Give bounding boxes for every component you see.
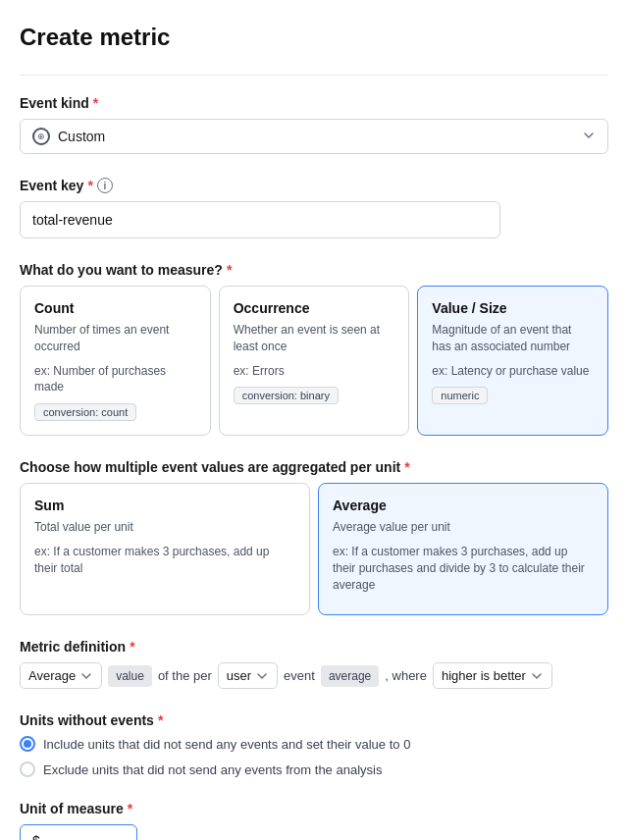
occurrence-example: ex: Errors — [234, 363, 395, 380]
aggregation-label: Choose how multiple event values are agg… — [20, 459, 608, 475]
units-exclude-option[interactable]: Exclude units that did not send any even… — [20, 761, 608, 777]
count-title: Count — [34, 300, 196, 316]
value-size-badge: numeric — [432, 387, 488, 404]
chevron-down-icon — [582, 129, 596, 145]
average-example: ex: If a customer makes 3 purchases, add… — [333, 544, 594, 593]
event-key-input[interactable] — [20, 201, 500, 238]
unit-of-measure-required: * — [128, 801, 132, 816]
units-include-radio[interactable] — [20, 736, 35, 752]
event-key-info-icon[interactable]: i — [97, 178, 113, 193]
metric-definition-label: Metric definition * — [20, 639, 608, 655]
occurrence-title: Occurrence — [234, 300, 395, 316]
measure-label: What do you want to measure? * — [20, 262, 608, 278]
average-desc: Average value per unit — [333, 519, 594, 536]
aggregation-card-sum[interactable]: Sum Total value per unit ex: If a custom… — [20, 483, 310, 615]
value-size-desc: Magnitude of an event that has an associ… — [432, 322, 594, 355]
event-key-section: Event key * i — [20, 178, 608, 238]
event-kind-value: Custom — [58, 129, 105, 144]
units-without-events-required: * — [158, 712, 163, 728]
value-size-example: ex: Latency or purchase value — [432, 363, 594, 380]
value-size-title: Value / Size — [432, 300, 594, 316]
aggregation-cards: Sum Total value per unit ex: If a custom… — [20, 483, 608, 615]
unit-of-measure-section: Unit of measure * — [20, 801, 608, 840]
aggregation-section: Choose how multiple event values are agg… — [20, 459, 608, 615]
count-example: ex: Number of purchases made — [34, 363, 196, 396]
event-key-required: * — [87, 178, 92, 193]
occurrence-desc: Whether an event is seen at least once — [234, 322, 395, 355]
occurrence-badge: conversion: binary — [234, 387, 339, 404]
measure-cards: Count Number of times an event occurred … — [20, 286, 608, 436]
custom-icon: ⊕ — [32, 128, 50, 145]
metric-def-where-text: , where — [385, 668, 427, 683]
metric-def-aggregation-select[interactable]: Average — [20, 662, 102, 689]
count-badge: conversion: count — [34, 403, 136, 421]
metric-def-required: * — [130, 639, 134, 655]
metric-def-event-badge: average — [321, 665, 379, 687]
unit-of-measure-input[interactable] — [20, 824, 137, 840]
units-include-option[interactable]: Include units that did not send any even… — [20, 736, 608, 752]
aggregation-required: * — [404, 459, 409, 475]
count-desc: Number of times an event occurred — [34, 322, 196, 355]
event-kind-label: Event kind * — [20, 95, 608, 111]
event-kind-required: * — [93, 95, 98, 111]
measure-card-occurrence[interactable]: Occurrence Whether an event is seen at l… — [219, 286, 410, 436]
metric-definition-section: Metric definition * Average value of the… — [20, 639, 608, 689]
event-key-label: Event key * i — [20, 178, 608, 193]
units-without-events-section: Units without events * Include units tha… — [20, 712, 608, 777]
measure-section: What do you want to measure? * Count Num… — [20, 262, 608, 436]
average-title: Average — [333, 498, 594, 513]
metric-def-direction-select[interactable]: higher is better — [433, 662, 552, 689]
page-title: Create metric — [20, 24, 608, 51]
metric-def-value-badge: value — [108, 665, 152, 687]
event-kind-dropdown[interactable]: ⊕ Custom — [20, 119, 608, 154]
unit-of-measure-label: Unit of measure * — [20, 801, 608, 816]
measure-required: * — [227, 262, 232, 278]
metric-def-row: Average value of the per user event aver… — [20, 662, 608, 689]
sum-title: Sum — [34, 498, 295, 513]
event-kind-section: Event kind * ⊕ Custom — [20, 95, 608, 154]
units-exclude-radio[interactable] — [20, 761, 35, 777]
units-without-events-label: Units without events * — [20, 712, 608, 728]
metric-def-of-the-per: of the per — [158, 668, 212, 683]
measure-card-count[interactable]: Count Number of times an event occurred … — [20, 286, 211, 436]
sum-desc: Total value per unit — [34, 519, 295, 536]
sum-example: ex: If a customer makes 3 purchases, add… — [34, 544, 295, 577]
units-radio-group: Include units that did not send any even… — [20, 736, 608, 777]
aggregation-card-average[interactable]: Average Average value per unit ex: If a … — [318, 483, 608, 615]
metric-def-event-text: event — [284, 668, 315, 683]
measure-card-value-size[interactable]: Value / Size Magnitude of an event that … — [417, 286, 608, 436]
divider — [20, 75, 608, 76]
metric-def-unit-select[interactable]: user — [218, 662, 278, 689]
